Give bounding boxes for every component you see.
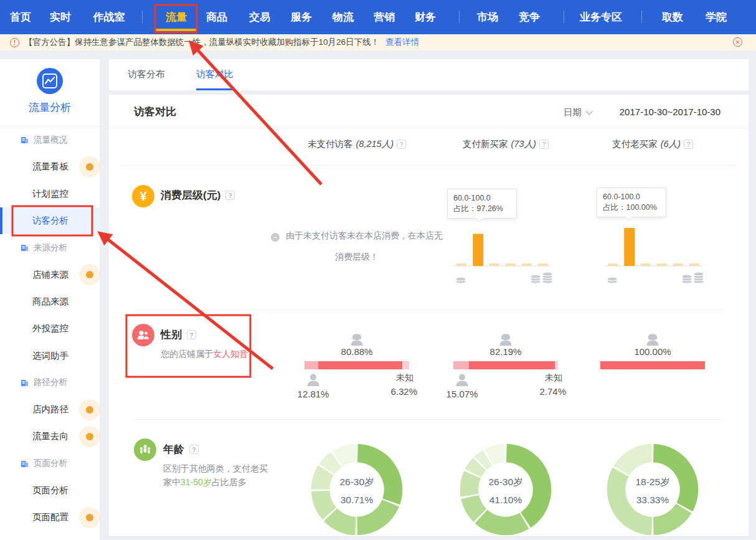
divider	[109, 128, 749, 128]
nav-active-underline	[156, 29, 197, 31]
gender-stacked-bar	[453, 361, 558, 369]
gender-stacked-bar	[600, 361, 705, 369]
nav-item[interactable]: 物流	[333, 0, 354, 34]
nav-item[interactable]: 商品	[206, 0, 227, 34]
age-section-subtitle: 区别于其他两类，支付老买	[163, 463, 268, 475]
sidebar-item-label: 流量看板	[32, 161, 69, 173]
visitor-compare-panel: 访客对比 日期 2017-10-30~2017-10-30 未支付访客(8,21…	[109, 95, 749, 537]
nav-item[interactable]: 市场	[477, 0, 498, 34]
nav-item[interactable]: 首页	[10, 0, 31, 34]
male-icon	[306, 374, 320, 389]
divider	[121, 165, 736, 166]
gender-icon	[132, 324, 154, 346]
tab-visitor-compare[interactable]: 访客对比	[196, 59, 234, 90]
consumption-section-title: 消费层级(元) ?	[161, 188, 235, 202]
announcement-link[interactable]: 查看详情	[385, 37, 419, 48]
divider	[641, 11, 642, 23]
sidebar-item-label: 流量去向	[32, 430, 69, 442]
help-icon[interactable]: ?	[225, 191, 235, 200]
gender-chart-old[interactable]: 100.00%	[581, 333, 724, 402]
sidebar-item[interactable]: 页面配置	[0, 504, 100, 531]
consumption-tooltip-old: 60.0-100.0 占比：100.00%	[597, 187, 666, 217]
unknown-label: 未知	[545, 372, 562, 384]
gender-stacked-bar	[305, 361, 409, 369]
warning-icon: !	[10, 38, 19, 47]
male-percentage: 15.07%	[434, 389, 490, 399]
nav-item[interactable]: 作战室	[93, 0, 125, 34]
sidebar-item[interactable]: 访客分析	[0, 207, 100, 234]
help-icon[interactable]: ?	[397, 140, 406, 149]
female-percentage: 80.88%	[285, 346, 428, 357]
sidebar-item-label: 商品来源	[32, 296, 69, 308]
minus-icon: −	[271, 233, 280, 242]
sidebar-item[interactable]: 选词助手	[0, 342, 100, 369]
nav-item[interactable]: 交易	[249, 0, 270, 34]
nav-item[interactable]: 学院	[706, 0, 727, 34]
sidebar-item[interactable]: 流量看板	[0, 153, 100, 180]
sidebar-item[interactable]: 计划监控	[0, 181, 100, 207]
sidebar-item[interactable]: 流量去向	[0, 423, 100, 450]
close-icon[interactable]: ✕	[733, 37, 742, 47]
sidebar-item[interactable]: 页面分析	[0, 477, 100, 504]
nav-item[interactable]: 流量	[166, 0, 187, 34]
nav-item[interactable]: 业务专区	[580, 0, 622, 34]
screen: 首页实时作战室流量商品交易服务物流营销财务市场竞争业务专区取数学院 ! 【官方公…	[0, 0, 756, 540]
unknown-percentage: 6.32%	[390, 386, 417, 397]
column-header-old-buyers: 支付老买家(6人) ?	[565, 138, 740, 150]
unknown-segment	[402, 361, 409, 369]
unknown-percentage: 2.74%	[539, 386, 566, 397]
sidebar-menu: 流量概况流量看板计划监控访客分析来源分析店铺来源商品来源外投监控选词助手路径分析…	[0, 126, 100, 531]
chevron-down-icon	[585, 108, 592, 115]
unknown-label: 未知	[396, 372, 413, 384]
date-filter-dropdown[interactable]: 日期	[564, 107, 590, 118]
tab-visitor-distribution[interactable]: 访客分布	[128, 59, 165, 90]
divider	[134, 310, 724, 310]
section-icon	[21, 460, 29, 468]
sidebar-item[interactable]: 店铺来源	[0, 261, 100, 288]
donut-center-label: 26-30岁30.71%	[319, 473, 394, 509]
help-icon[interactable]: ?	[539, 140, 549, 149]
sidebar-item[interactable]: 商品来源	[0, 288, 100, 315]
age-donut-old[interactable]: 18-25岁33.33%	[593, 430, 712, 537]
nav-item[interactable]: 竞争	[519, 0, 540, 34]
consumption-note: − 由于未支付访客未在本店消费，在本店无	[245, 230, 469, 242]
gender-section-subtitle: 您的店铺属于女人知音	[161, 349, 248, 360]
sidebar-item-label: 来源分析	[34, 242, 67, 253]
donut-center-label: 18-25岁33.33%	[615, 473, 690, 509]
male-percentage: 12.81%	[285, 389, 341, 399]
notification-dot	[86, 514, 93, 521]
sidebar-section-header[interactable]: 页面分析	[0, 450, 100, 477]
sidebar-item[interactable]: 店内路径	[0, 396, 100, 423]
nav-item[interactable]: 实时	[50, 0, 71, 34]
sidebar-item-label: 页面分析	[32, 485, 69, 496]
sidebar-item[interactable]: 外投监控	[0, 315, 100, 342]
sidebar-section-header[interactable]: 流量概况	[0, 126, 100, 153]
male-segment	[305, 361, 318, 369]
help-icon[interactable]: ?	[684, 140, 693, 149]
nav-item[interactable]: 取数	[662, 0, 683, 34]
age-donut-new[interactable]: 26-30岁41.10%	[447, 430, 565, 537]
help-icon[interactable]: ?	[187, 330, 196, 339]
consumption-bar-chart-old[interactable]	[600, 222, 715, 288]
sidebar-item-label: 流量概况	[34, 135, 67, 146]
sidebar-item-label: 店铺来源	[32, 269, 69, 281]
column-header-unpaid: 未支付访客(8,215人) ?	[270, 138, 444, 150]
help-icon[interactable]: ?	[189, 445, 199, 454]
divider	[142, 11, 143, 23]
sidebar-item-label: 选词助手	[32, 350, 69, 362]
page-title: 访客对比	[134, 105, 176, 119]
consumption-bar-chart-new[interactable]	[448, 222, 564, 288]
gender-chart-unpaid[interactable]: 80.88%12.81%未知6.32%	[285, 333, 428, 402]
sidebar-section-header[interactable]: 路径分析	[0, 369, 100, 396]
gender-chart-new[interactable]: 82.19%15.07%未知2.74%	[434, 333, 577, 402]
nav-item[interactable]: 财务	[415, 0, 436, 34]
announcement-text: 【官方公告】保持生意参谋产品整体数据统一性，流量纵横实时收藏加购指标于10月26…	[24, 37, 379, 48]
sidebar-section-header[interactable]: 来源分析	[0, 234, 100, 261]
section-icon	[21, 379, 29, 387]
nav-item[interactable]: 营销	[374, 0, 395, 34]
nav-item[interactable]: 服务	[291, 0, 312, 34]
age-icon	[134, 438, 156, 461]
yuan-icon: ¥	[132, 185, 154, 207]
age-donut-unpaid[interactable]: 26-30岁30.71%	[298, 430, 416, 537]
announcement-bar: ! 【官方公告】保持生意参谋产品整体数据统一性，流量纵横实时收藏加购指标于10月…	[0, 34, 756, 50]
